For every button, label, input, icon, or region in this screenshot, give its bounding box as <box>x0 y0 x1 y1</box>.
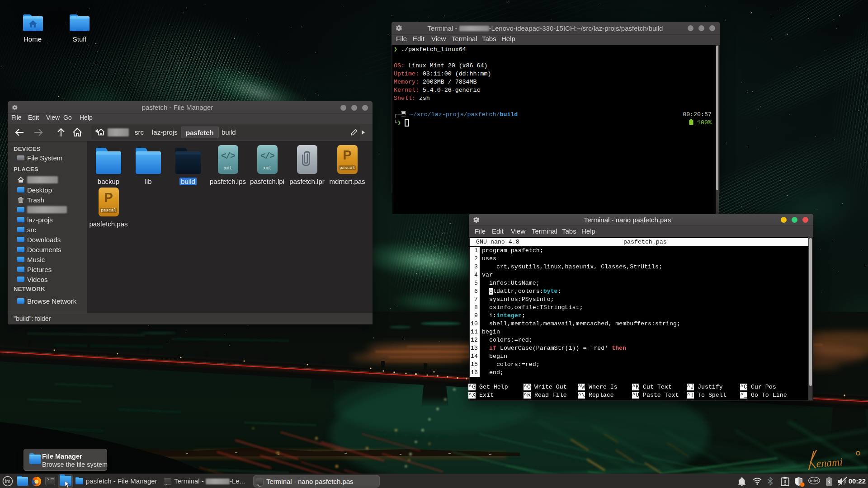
svg-text:intel: intel <box>810 479 819 483</box>
svg-text:enami: enami <box>816 456 843 469</box>
svg-text:lm: lm <box>5 479 10 484</box>
